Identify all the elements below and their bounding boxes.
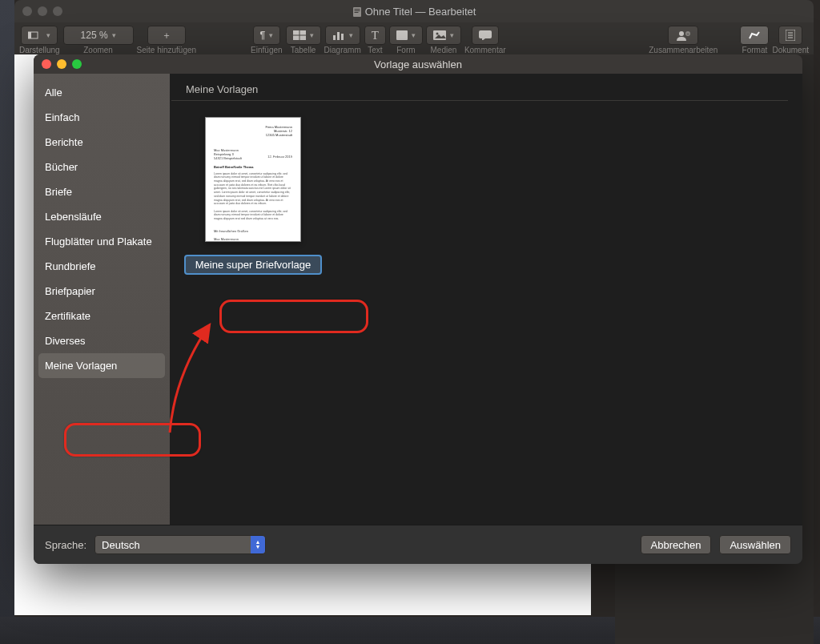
template-content-area: Meine Vorlagen Firma MustermannMusterstr…: [170, 74, 802, 525]
media-button[interactable]: ▾: [426, 26, 461, 45]
choose-button[interactable]: Auswählen: [719, 535, 791, 554]
sidebar-item-lebensl-ufe[interactable]: Lebensläufe: [34, 204, 170, 229]
svg-text:+: +: [687, 31, 690, 36]
sidebar-item-b-cher[interactable]: Bücher: [34, 155, 170, 179]
svg-rect-2: [354, 10, 360, 11]
collaborate-button[interactable]: +: [668, 26, 698, 45]
template-thumbnail[interactable]: Firma MustermannMusterstr. 1212345 Muste…: [205, 117, 301, 242]
template-name-input[interactable]: [184, 255, 322, 275]
svg-rect-15: [479, 30, 492, 38]
svg-rect-3: [354, 12, 358, 13]
cancel-button[interactable]: Abbrechen: [641, 535, 712, 554]
svg-point-16: [679, 31, 684, 36]
main-toolbar: ▾ Darstellung 125 %▾ Zoomen ＋ Seite hinz…: [14, 22, 814, 58]
toolbar-addpage-group: ＋ Seite hinzufügen: [137, 26, 197, 54]
view-button[interactable]: ▾: [21, 26, 58, 45]
sidebar-item-alle[interactable]: Alle: [34, 80, 170, 105]
svg-rect-12: [396, 30, 408, 40]
main-window-titlebar: Ohne Titel — Bearbeitet: [14, 0, 814, 22]
dialog-title: Vorlage auswählen: [34, 58, 802, 70]
svg-point-14: [436, 33, 438, 35]
chart-button[interactable]: ▾: [325, 26, 360, 45]
sidebar-item-zertifikate[interactable]: Zertifikate: [34, 304, 170, 328]
template-category-sidebar: AlleEinfachBerichteBücherBriefeLebensläu…: [34, 74, 170, 525]
document-icon: [352, 7, 362, 17]
zoom-label: Zoomen: [83, 46, 113, 54]
add-page-button[interactable]: ＋: [147, 26, 186, 45]
text-button[interactable]: T: [364, 26, 386, 45]
sidebar-item-berichte[interactable]: Berichte: [34, 130, 170, 155]
sidebar-item-einfach[interactable]: Einfach: [34, 105, 170, 130]
language-value: Deutsch: [95, 539, 251, 551]
dialog-footer: Sprache: Deutsch ▲▼ Abbrechen Auswählen: [34, 525, 802, 564]
toolbar-zoom-group: 125 %▾ Zoomen: [63, 26, 134, 54]
sidebar-item-flugbl-tter-und-plakate[interactable]: Flugblätter und Plakate: [34, 229, 170, 254]
svg-rect-5: [28, 32, 31, 38]
sidebar-item-meine-vorlagen[interactable]: Meine Vorlagen: [38, 353, 165, 378]
svg-rect-9: [333, 35, 336, 40]
language-label: Sprache:: [45, 539, 86, 551]
toolbar-view-group: ▾ Darstellung: [19, 26, 60, 54]
view-label: Darstellung: [19, 46, 60, 54]
sidebar-item-diverses[interactable]: Diverses: [34, 328, 170, 353]
shape-button[interactable]: ▾: [389, 26, 423, 45]
document-button[interactable]: [778, 26, 802, 45]
sidebar-item-briefpapier[interactable]: Briefpapier: [34, 279, 170, 304]
template-chooser-dialog: Vorlage auswählen AlleEinfachBerichteBüc…: [34, 54, 802, 564]
dialog-titlebar: Vorlage auswählen: [34, 54, 802, 74]
svg-rect-11: [341, 34, 344, 40]
sidebar-item-briefe[interactable]: Briefe: [34, 179, 170, 204]
add-page-label: Seite hinzufügen: [137, 46, 197, 54]
content-header: Meine Vorlagen: [171, 74, 788, 101]
template-item[interactable]: Firma MustermannMusterstr. 1212345 Muste…: [184, 117, 322, 275]
format-button[interactable]: [740, 26, 769, 45]
svg-rect-10: [337, 32, 340, 40]
language-select[interactable]: Deutsch ▲▼: [94, 535, 266, 554]
insert-button[interactable]: ¶▾: [253, 26, 281, 45]
window-title: Ohne Titel — Bearbeitet: [14, 6, 814, 18]
sidebar-item-rundbriefe[interactable]: Rundbriefe: [34, 254, 170, 279]
desktop-background-left: [0, 0, 14, 644]
select-stepper-icon: ▲▼: [251, 536, 265, 553]
svg-rect-1: [354, 9, 360, 10]
table-button[interactable]: ▾: [286, 26, 321, 45]
comment-button[interactable]: [472, 26, 499, 45]
zoom-button[interactable]: 125 %▾: [63, 26, 134, 45]
